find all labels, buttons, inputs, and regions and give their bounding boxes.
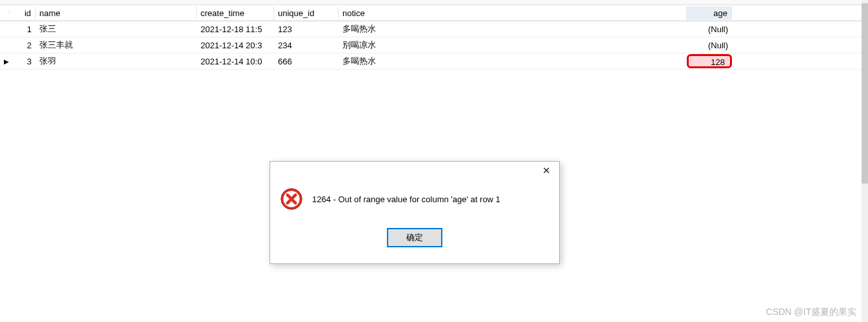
row-indicator xyxy=(0,43,10,47)
column-header-name[interactable]: name xyxy=(35,6,197,20)
cell-age[interactable]: (Null) xyxy=(687,23,732,36)
cell-unique-id[interactable]: 234 xyxy=(274,39,339,52)
ok-button[interactable]: 确定 xyxy=(388,229,442,247)
cell-create-time[interactable]: 2021-12-14 20:3 xyxy=(197,39,274,52)
cell-id[interactable]: 3 xyxy=(10,55,35,68)
column-header-notice[interactable]: notice xyxy=(339,6,687,20)
column-header-id[interactable]: id xyxy=(10,6,35,20)
table-row[interactable]: 1 张三 2021-12-18 11:5 123 多喝热水 (Null) xyxy=(0,21,862,37)
error-dialog: ✕ 1264 - Out of range value for column '… xyxy=(270,161,560,264)
data-table: id name create_time unique_id notice age… xyxy=(0,5,862,70)
cell-create-time[interactable]: 2021-12-14 10:0 xyxy=(197,55,274,68)
cell-id[interactable]: 2 xyxy=(10,39,35,52)
close-icon: ✕ xyxy=(542,165,551,176)
dialog-message: 1264 - Out of range value for column 'ag… xyxy=(312,194,500,204)
scrollbar-thumb[interactable] xyxy=(862,3,868,184)
vertical-scrollbar[interactable] xyxy=(862,0,868,322)
cell-unique-id[interactable]: 666 xyxy=(274,55,339,68)
table-row[interactable]: ▶ 3 张羽 2021-12-14 10:0 666 多喝热水 128 xyxy=(0,53,862,70)
row-indicator-current: ▶ xyxy=(0,56,10,67)
cell-notice[interactable]: 多喝热水 xyxy=(339,21,687,37)
cell-unique-id[interactable]: 123 xyxy=(274,23,339,36)
cell-age[interactable]: (Null) xyxy=(687,39,732,52)
dialog-footer: 确定 xyxy=(270,217,559,247)
cell-name[interactable]: 张三丰就 xyxy=(35,37,197,53)
cell-notice[interactable]: 多喝热水 xyxy=(339,53,687,69)
column-header-create-time[interactable]: create_time xyxy=(197,6,274,20)
cell-notice[interactable]: 别喝凉水 xyxy=(339,37,687,53)
watermark: CSDN @IT盛夏的果实 xyxy=(766,307,856,318)
table-header-row: id name create_time unique_id notice age xyxy=(0,5,862,21)
dialog-body: 1264 - Out of range value for column 'ag… xyxy=(270,181,559,217)
column-header-unique-id[interactable]: unique_id xyxy=(274,6,339,20)
cell-age-highlighted[interactable]: 128 xyxy=(687,54,732,68)
toolbar xyxy=(0,0,862,5)
cell-create-time[interactable]: 2021-12-18 11:5 xyxy=(197,23,274,36)
table-row[interactable]: 2 张三丰就 2021-12-14 20:3 234 别喝凉水 (Null) xyxy=(0,37,862,53)
row-indicator xyxy=(0,27,10,31)
cell-name[interactable]: 张三 xyxy=(35,21,197,37)
dialog-titlebar: ✕ xyxy=(270,162,559,181)
column-header-age[interactable]: age xyxy=(687,6,732,20)
error-icon xyxy=(280,187,303,211)
close-button[interactable]: ✕ xyxy=(533,162,559,180)
cell-name[interactable]: 张羽 xyxy=(35,53,197,69)
row-indicator-header xyxy=(0,11,10,15)
cell-id[interactable]: 1 xyxy=(10,23,35,36)
